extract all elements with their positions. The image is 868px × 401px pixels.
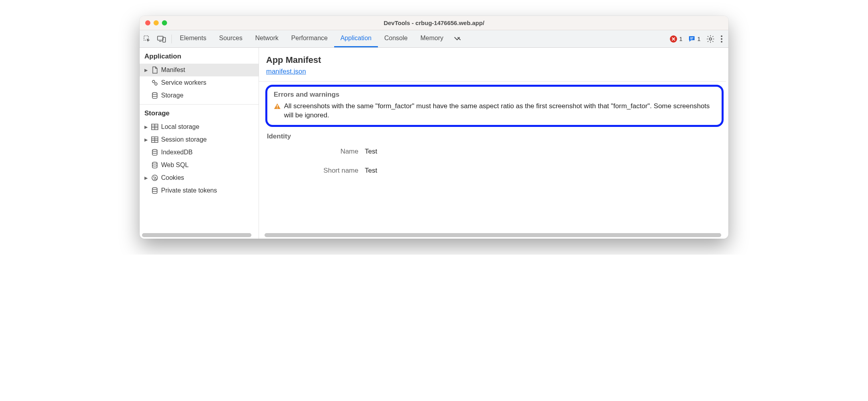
panel-body: Application ▶ Manifest Service workers [140,48,728,239]
errors-warnings-heading: Errors and warnings [274,91,715,99]
identity-row-name: Name Test [265,148,726,156]
window-title: DevTools - crbug-1476656.web.app/ [140,19,728,26]
svg-point-25 [155,177,156,178]
issue-count-chip[interactable]: 1 [688,35,701,43]
sidebar-item-label: Cookies [161,174,184,181]
tab-elements[interactable]: Elements [173,30,213,47]
svg-point-8 [721,38,722,40]
sidebar-item-label: Manifest [161,66,185,74]
traffic-lights [140,20,167,25]
file-icon [151,66,159,74]
sidebar-item-label: Web SQL [161,162,189,169]
sidebar-item-private-state-tokens[interactable]: Private state tokens [140,184,259,197]
sidebar-section-storage: Storage [140,105,259,121]
warning-text: All screenshots with the same "form_fact… [284,102,715,120]
sidebar-item-indexeddb[interactable]: IndexedDB [140,146,259,159]
svg-point-21 [152,150,157,152]
sidebar-item-label: Service workers [161,79,206,86]
device-toolbar-icon[interactable] [157,35,166,43]
identity-value: Test [365,148,377,156]
page-title: App Manifest [266,55,726,65]
tab-network[interactable]: Network [249,30,285,47]
devtools-window: DevTools - crbug-1476656.web.app/ Elemen… [140,16,728,239]
svg-rect-30 [277,108,278,109]
sidebar-item-manifest[interactable]: ▶ Manifest [140,64,259,76]
more-options-button[interactable] [720,35,723,43]
sidebar-item-local-storage[interactable]: ▶ Local storage [140,121,259,133]
tab-memory[interactable]: Memory [414,30,450,47]
sidebar-item-label: IndexedDB [161,149,193,156]
svg-point-24 [154,177,154,177]
chevron-right-icon: ▶ [144,125,148,130]
cookie-icon [151,174,159,182]
sidebar-item-label: Local storage [161,123,199,130]
sidebar-item-cookies[interactable]: ▶ Cookies [140,171,259,184]
inspect-icon[interactable] [143,35,152,43]
error-count-chip[interactable]: 1 [670,35,682,43]
chevron-right-icon: ▶ [144,137,148,142]
sidebar-item-storage[interactable]: Storage [140,89,259,102]
svg-point-27 [156,179,156,179]
manifest-panel[interactable]: App Manifest manifest.json Errors and wa… [259,48,728,239]
tab-performance[interactable]: Performance [285,30,334,47]
svg-point-22 [152,162,157,164]
tab-sources[interactable]: Sources [213,30,249,47]
database-icon [151,91,159,99]
sidebar-horizontal-scrollbar[interactable] [142,233,251,237]
gears-icon [151,79,159,87]
database-icon [151,187,159,195]
table-icon [151,136,159,144]
issue-icon [688,35,695,43]
zoom-window-button[interactable] [162,20,167,25]
svg-rect-29 [277,105,278,107]
database-icon [151,148,159,156]
svg-point-7 [721,35,722,37]
sidebar-item-service-workers[interactable]: Service workers [140,76,259,89]
warning-icon [274,103,281,112]
close-window-button[interactable] [145,20,150,25]
svg-point-23 [152,175,158,181]
toolbar: Elements Sources Network Performance App… [140,30,728,48]
identity-value: Test [365,167,377,175]
svg-point-11 [155,83,157,85]
settings-button[interactable] [706,35,715,43]
manifest-link[interactable]: manifest.json [266,68,306,76]
identity-row-short-name: Short name Test [265,167,726,175]
more-tabs-button[interactable] [450,30,465,47]
tab-console[interactable]: Console [378,30,414,47]
svg-point-10 [152,80,155,83]
titlebar: DevTools - crbug-1476656.web.app/ [140,16,728,30]
svg-point-6 [709,38,712,40]
svg-point-28 [152,188,157,190]
error-count: 1 [679,35,682,42]
error-icon [670,35,677,43]
table-icon [151,123,159,131]
svg-point-12 [152,93,157,95]
svg-rect-1 [158,36,163,40]
sidebar-item-web-sql[interactable]: Web SQL [140,159,259,171]
identity-key: Name [265,148,365,156]
errors-warnings-callout: Errors and warnings All screenshots with… [265,85,724,127]
application-sidebar[interactable]: Application ▶ Manifest Service workers [140,48,259,239]
database-icon [151,161,159,169]
sidebar-item-label: Storage [161,92,183,99]
chevron-right-icon: ▶ [144,68,148,73]
minimize-window-button[interactable] [154,20,159,25]
sidebar-item-session-storage[interactable]: ▶ Session storage [140,133,259,146]
sidebar-section-application: Application [140,48,259,64]
tab-bar: Elements Sources Network Performance App… [173,30,465,47]
identity-key: Short name [265,167,365,175]
main-horizontal-scrollbar[interactable] [265,233,721,237]
svg-point-9 [721,41,722,43]
issue-count: 1 [697,35,701,42]
sidebar-item-label: Session storage [161,136,207,143]
chevron-right-icon: ▶ [144,175,148,181]
tab-application[interactable]: Application [334,30,378,47]
sidebar-item-label: Private state tokens [161,187,217,194]
svg-point-26 [154,179,155,179]
identity-heading: Identity [267,132,726,140]
